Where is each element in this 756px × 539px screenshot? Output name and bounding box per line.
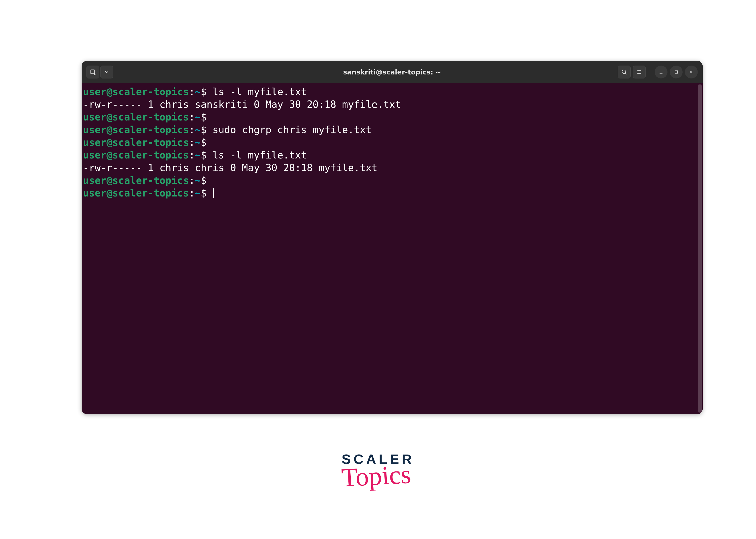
scrollbar-thumb[interactable] (698, 84, 702, 413)
output-text: -rw-r----- 1 chris sanskriti 0 May 30 20… (83, 99, 401, 110)
close-button[interactable] (685, 66, 698, 78)
scrollbar[interactable] (698, 84, 702, 413)
command-text: ls -l myfile.txt (207, 149, 307, 161)
new-tab-button[interactable] (87, 66, 99, 78)
minimize-button[interactable] (655, 66, 667, 78)
tab-dropdown-button[interactable] (100, 66, 113, 78)
titlebar-right-controls (618, 66, 698, 78)
terminal-line: user@scaler-topics:~$ sudo chgrp chris m… (83, 123, 701, 136)
terminal-content: user@scaler-topics:~$ ls -l myfile.txt-r… (83, 85, 701, 199)
titlebar-left-controls (87, 66, 113, 78)
terminal-body[interactable]: user@scaler-topics:~$ ls -l myfile.txt-r… (82, 83, 703, 414)
terminal-line: -rw-r----- 1 chris chris 0 May 30 20:18 … (83, 161, 701, 174)
hamburger-menu-button[interactable] (633, 66, 646, 78)
output-text: -rw-r----- 1 chris chris 0 May 30 20:18 … (83, 162, 378, 173)
search-button[interactable] (618, 66, 630, 78)
titlebar: sanskriti@scaler-topics: ~ (82, 61, 703, 83)
svg-point-3 (622, 70, 626, 74)
terminal-line: user@scaler-topics:~$ (83, 174, 701, 187)
window-title: sanskriti@scaler-topics: ~ (343, 68, 441, 76)
svg-line-4 (625, 73, 627, 74)
terminal-line: user@scaler-topics:~$ ls -l myfile.txt (83, 149, 701, 161)
terminal-line: user@scaler-topics:~$ (83, 136, 701, 149)
svg-rect-9 (675, 71, 678, 73)
terminal-line: user@scaler-topics:~$ (83, 111, 701, 123)
cursor (213, 188, 214, 198)
terminal-line: -rw-r----- 1 chris sanskriti 0 May 30 20… (83, 98, 701, 111)
command-text: ls -l myfile.txt (207, 86, 307, 97)
terminal-line: user@scaler-topics:~$ (83, 187, 701, 199)
maximize-button[interactable] (670, 66, 683, 78)
terminal-window: sanskriti@scaler-topics: ~ (82, 61, 703, 414)
command-text: sudo chgrp chris myfile.txt (207, 124, 372, 135)
brand-logo: SCALER Topics (342, 452, 414, 488)
command-text (207, 188, 212, 199)
logo-text-bottom: Topics (339, 463, 413, 490)
terminal-line: user@scaler-topics:~$ ls -l myfile.txt (83, 85, 701, 98)
svg-rect-0 (91, 70, 95, 74)
